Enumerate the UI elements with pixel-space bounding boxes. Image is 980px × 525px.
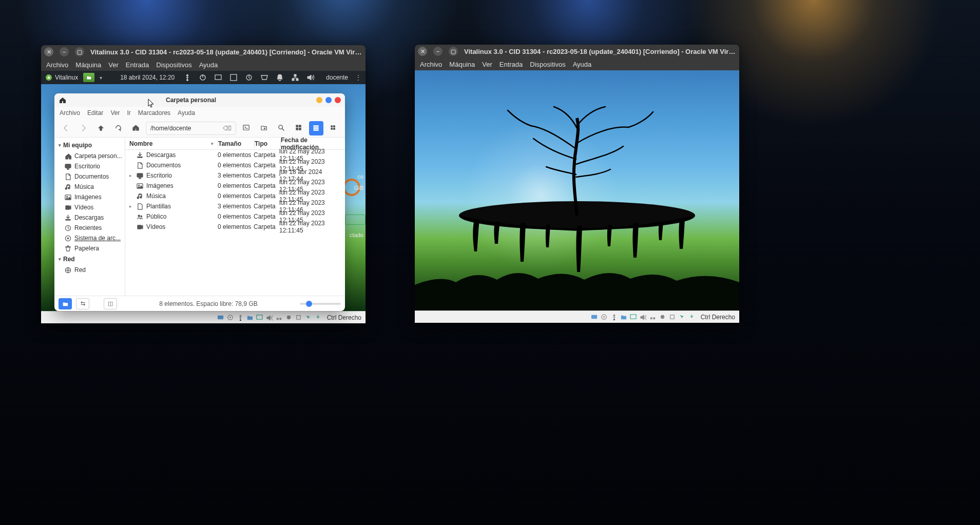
vb-hdd-indicator-icon[interactable] [217,314,224,321]
usb-indicator-icon[interactable] [183,73,191,82]
menu-item-ayuda[interactable]: Ayuda [178,109,195,116]
vb-recording-indicator-icon[interactable] [659,313,666,321]
menu-item-archivo[interactable]: Archivo [60,109,80,116]
sidebar-group-mi-equipo[interactable]: Mi equipo [54,140,125,151]
nav-forward-button[interactable] [76,121,90,135]
path-entry[interactable]: /home/docente ⌫ [146,122,236,135]
menu-item-ver[interactable]: Ver [110,109,120,116]
notifications-icon[interactable] [276,73,284,82]
vb-audio-indicator-icon[interactable] [639,313,647,321]
virtualbox-menubar[interactable]: ArchivoMáquinaVerEntradaDispositivosAyud… [415,58,739,70]
guest-screen-2[interactable] [415,70,739,310]
sidebar-item-sistema-de-arc-[interactable]: Sistema de arc... [54,233,125,243]
menu-item-ayuda[interactable]: Ayuda [199,61,218,69]
nav-up-button[interactable] [93,121,108,135]
sidebar-item-papelera[interactable]: Papelera [54,243,125,254]
vb-usb-indicator-icon[interactable] [610,313,618,321]
menu-item-dispositivos[interactable]: Dispositivos [156,61,191,69]
vb-cpu-indicator-icon[interactable] [295,314,302,321]
menu-item-ayuda[interactable]: Ayuda [573,61,592,68]
vb-hdd-indicator-icon[interactable] [590,313,598,321]
window-close-button[interactable]: ✕ [418,47,427,56]
vb-network-indicator-icon[interactable] [649,313,657,321]
sidebar-item-carpeta-person-[interactable]: Carpeta person... [54,151,125,161]
sidebar-group-red[interactable]: Red [54,254,125,265]
power-indicator-icon[interactable] [199,73,207,82]
panel-menu-icon[interactable]: ⋮ [355,74,361,81]
window-minimize-button[interactable]: – [433,47,443,56]
screenshot-indicator-icon[interactable] [229,73,238,82]
vb-display-indicator-icon[interactable] [629,313,637,321]
vb-shared-folder-indicator-icon[interactable] [246,314,254,321]
vb-cpu-indicator-icon[interactable] [668,313,676,321]
launcher-dropdown-icon[interactable]: ▾ [100,75,102,81]
linux-top-panel[interactable]: Vitalinux ▾ 18 abril 2024, 12:20 docente… [41,71,366,84]
vm1-titlebar[interactable]: ✕ – ▢ Vitalinux 3.0 - CID 31304 - rc2023… [41,45,366,59]
sidebar-item-m-sica[interactable]: Música [54,182,125,192]
vb-optical-indicator-icon[interactable] [600,313,608,321]
menu-item-máquina[interactable]: Máquina [75,61,101,69]
status-view-folder-button[interactable] [59,298,72,309]
vb-keyboard-indicator-icon[interactable] [314,314,322,321]
vm2-titlebar[interactable]: ✕ – ▢ Vitalinux 3.0 - CID 31304 - rc2023… [415,45,739,58]
col-header-type[interactable]: Tipo [255,140,280,147]
view-list-button[interactable] [309,121,323,135]
fm-minimize-button[interactable] [316,97,322,103]
sidebar-item-recientes[interactable]: Recientes [54,223,125,233]
vb-usb-indicator-icon[interactable] [236,314,244,321]
open-terminal-button[interactable] [239,121,254,135]
vb-keyboard-indicator-icon[interactable] [688,313,696,321]
nav-home-button[interactable] [128,121,143,135]
network-indicator-icon[interactable] [291,73,299,82]
status-view-tree-button[interactable]: ⇆ [76,298,89,309]
sidebar-item-red[interactable]: Red [54,265,125,275]
menu-item-editar[interactable]: Editar [87,109,103,116]
menu-item-entrada[interactable]: Entrada [499,61,523,68]
file-row[interactable]: Vídeos 0 elementos Carpeta lun 22 may 20… [125,222,345,232]
vb-shared-folder-indicator-icon[interactable] [620,313,627,321]
display-indicator-icon[interactable] [214,73,222,82]
file-manager-window[interactable]: Carpeta personal ArchivoEditarVerIrMarca… [54,93,345,311]
virtualbox-menubar[interactable]: ArchivoMáquinaVerEntradaDispositivosAyud… [41,59,366,71]
fm-sidebar[interactable]: Mi equipoCarpeta person...EscritorioDocu… [54,138,125,296]
view-grid-button[interactable] [292,121,306,135]
user-indicator[interactable]: docente [322,74,348,81]
path-clear-icon[interactable]: ⌫ [223,125,232,132]
tray-indicator-icon[interactable] [260,73,268,82]
vb-display-indicator-icon[interactable] [256,314,263,321]
menu-item-ver[interactable]: Ver [108,61,119,69]
view-compact-button[interactable] [326,121,341,135]
menu-item-entrada[interactable]: Entrada [126,61,149,69]
menu-item-archivo[interactable]: Archivo [46,61,68,69]
window-maximize-button[interactable]: ▢ [75,47,84,56]
zoom-slider[interactable] [300,303,341,305]
new-folder-button[interactable] [257,121,271,135]
sidebar-item-descargas[interactable]: Descargas [54,212,125,223]
fm-menubar[interactable]: ArchivoEditarVerIrMarcadoresAyuda [54,107,345,119]
col-header-size[interactable]: Tamaño [218,140,254,147]
sidebar-item-v-deos[interactable]: Vídeos [54,202,125,212]
vb-mouse-integration-icon[interactable] [678,313,686,321]
vb-audio-indicator-icon[interactable] [265,314,273,321]
fm-maximize-button[interactable] [325,97,332,103]
vb-optical-indicator-icon[interactable] [226,314,234,321]
updates-indicator-icon[interactable] [245,73,253,82]
menu-item-ir[interactable]: Ir [127,109,130,116]
sidebar-item-im-genes[interactable]: Imágenes [54,192,125,202]
window-minimize-button[interactable]: – [60,47,69,56]
status-view-dual-button[interactable]: ◫ [104,298,117,309]
window-close-button[interactable]: ✕ [44,47,53,56]
window-maximize-button[interactable]: ▢ [449,47,458,56]
col-header-name[interactable]: Nombre▾ [125,140,218,147]
menu-item-archivo[interactable]: Archivo [420,61,442,68]
file-manager-launcher[interactable] [83,73,94,82]
nav-back-button[interactable] [59,121,73,135]
start-menu-button[interactable]: Vitalinux [45,74,78,81]
nav-reload-button[interactable] [111,121,125,135]
volume-icon[interactable] [306,73,315,82]
vb-recording-indicator-icon[interactable] [285,314,293,321]
fm-close-button[interactable] [335,97,341,103]
fm-titlebar[interactable]: Carpeta personal [54,93,345,107]
vb-mouse-integration-icon[interactable] [304,314,312,321]
menu-item-máquina[interactable]: Máquina [449,61,475,68]
